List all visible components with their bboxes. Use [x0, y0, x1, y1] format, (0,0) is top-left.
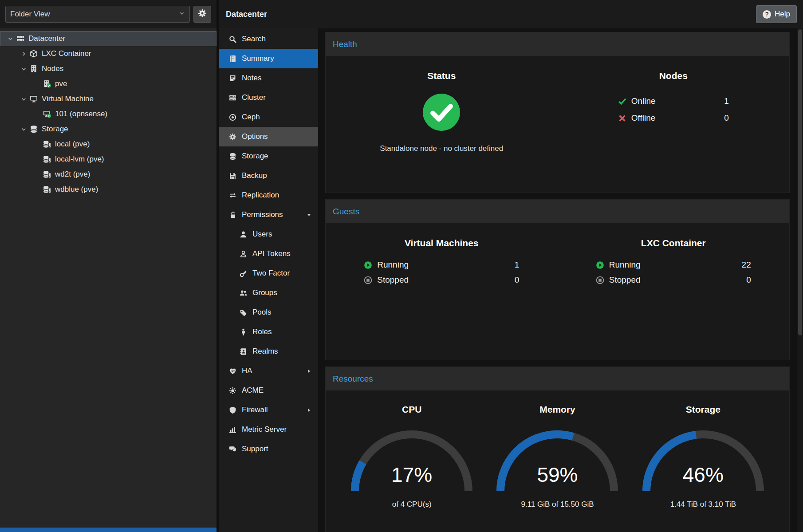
menu-item-roles[interactable]: Roles	[219, 322, 318, 342]
tag-icon	[239, 309, 248, 316]
memory-gauge: Memory 59% 9.11 GiB of 15.50 GiB	[484, 404, 630, 509]
offline-label: Offline	[631, 113, 656, 123]
bottom-panel-splitter[interactable]	[0, 528, 216, 532]
tree-item-vm-101[interactable]: 101 (opnsense)	[0, 106, 216, 122]
tree-item-label: wd2t (pve)	[55, 170, 90, 179]
menu-item-backup[interactable]: Backup	[219, 166, 318, 185]
tree-item-storage[interactable]: Storage	[0, 122, 216, 137]
caret-right-icon	[306, 407, 312, 413]
storage-gauge-title: Storage	[686, 404, 720, 415]
menu-item-label: Notes	[242, 74, 261, 83]
play-circle-icon	[364, 261, 372, 269]
comments-icon	[228, 445, 237, 453]
lxc-running-row: Running 22	[596, 260, 751, 270]
menu-item-label: Search	[242, 35, 266, 43]
menu-item-summary[interactable]: Summary	[219, 49, 318, 68]
menu-item-label: Realms	[252, 347, 278, 356]
menu-item-notes[interactable]: Notes	[219, 68, 318, 88]
menu-item-support[interactable]: Support	[219, 439, 318, 459]
content-header: Datacenter ? Help	[219, 0, 803, 28]
tree-item-nodes[interactable]: Nodes	[0, 61, 216, 76]
tree-item-label: 101 (opnsense)	[55, 110, 107, 118]
resource-tree-panel: Folder View Datacenter LXC Containe	[0, 0, 216, 532]
menu-item-permissions[interactable]: Permissions	[219, 205, 318, 225]
tree-item-local[interactable]: local (pve)	[0, 137, 216, 152]
heartbeat-icon	[228, 367, 237, 375]
menu-item-label: Permissions	[242, 210, 283, 219]
view-mode-select[interactable]: Folder View	[5, 6, 190, 23]
shield-icon	[228, 406, 237, 414]
menu-item-users[interactable]: Users	[219, 225, 318, 244]
chevron-right-icon[interactable]	[19, 51, 28, 57]
menu-item-pools[interactable]: Pools	[219, 303, 318, 322]
unlock-icon	[228, 211, 237, 219]
menu-item-label: Pools	[252, 308, 272, 317]
tree-item-local-lvm[interactable]: local-lvm (pve)	[0, 152, 216, 167]
online-label: Online	[631, 96, 656, 106]
person-icon	[239, 328, 248, 336]
database-icon	[228, 153, 237, 160]
chevron-down-icon	[179, 10, 185, 19]
menu-item-api-tokens[interactable]: API Tokens	[219, 244, 318, 264]
caret-right-icon	[306, 368, 312, 374]
menu-item-ceph[interactable]: Ceph	[219, 107, 318, 127]
users-icon	[239, 289, 248, 297]
menu-item-replication[interactable]: Replication	[219, 185, 318, 205]
offline-value: 0	[724, 113, 729, 123]
database-drive-icon	[42, 155, 52, 163]
menu-item-acme[interactable]: ACME	[219, 381, 318, 400]
tree-item-virtual-machine[interactable]: Virtual Machine	[0, 91, 216, 106]
menu-item-cluster[interactable]: Cluster	[219, 88, 318, 107]
nodes-online-row: Online 1	[618, 96, 729, 106]
stop-circle-icon	[364, 276, 372, 284]
tree-item-wd2t[interactable]: wd2t (pve)	[0, 167, 216, 182]
tree-settings-button[interactable]	[193, 6, 211, 23]
menu-item-two-factor[interactable]: Two Factor	[219, 264, 318, 283]
menu-item-firewall[interactable]: Firewall	[219, 400, 318, 420]
menu-item-realms[interactable]: Realms	[219, 342, 318, 361]
tree-item-label: Datacenter	[28, 34, 65, 43]
tree-item-label: LXC Container	[42, 49, 91, 58]
chevron-down-icon[interactable]	[5, 35, 15, 42]
tree-item-datacenter[interactable]: Datacenter	[0, 31, 216, 46]
tree-item-label: local (pve)	[55, 140, 90, 149]
tree-item-pve[interactable]: pve	[0, 76, 216, 91]
menu-item-label: API Tokens	[252, 249, 291, 258]
memory-gauge-title: Memory	[539, 404, 575, 415]
chevron-down-icon[interactable]	[19, 126, 28, 133]
menu-item-groups[interactable]: Groups	[219, 283, 318, 303]
scrollbar-thumb[interactable]	[798, 29, 802, 335]
menu-item-label: Summary	[242, 54, 274, 63]
menu-item-label: Groups	[252, 288, 277, 297]
menu-item-options[interactable]: Options	[219, 127, 318, 146]
chevron-down-icon[interactable]	[19, 96, 28, 102]
menu-item-search[interactable]: Search	[219, 29, 318, 49]
user-icon	[239, 231, 248, 238]
vertical-scrollbar[interactable]	[797, 28, 803, 532]
help-button[interactable]: ? Help	[756, 5, 797, 23]
proxmox-app: Folder View Datacenter LXC Containe	[0, 0, 803, 532]
guests-panel-title: Guests	[333, 207, 359, 217]
resource-tree: Datacenter LXC Container Nodes pve V	[0, 28, 216, 528]
key-icon	[239, 270, 248, 277]
tree-item-lxc-container[interactable]: LXC Container	[0, 46, 216, 61]
online-value: 1	[724, 96, 729, 106]
menu-item-metric-server[interactable]: Metric Server	[219, 420, 318, 439]
menu-item-storage[interactable]: Storage	[219, 146, 318, 166]
check-icon	[618, 97, 626, 106]
database-drive-icon	[42, 170, 52, 178]
tree-item-wdblue[interactable]: wdblue (pve)	[0, 182, 216, 197]
lxc-title: LXC Container	[641, 224, 706, 248]
running-label: Running	[609, 260, 641, 270]
arrows-icon	[228, 192, 237, 199]
menu-item-label: Replication	[242, 191, 279, 200]
chevron-down-icon[interactable]	[19, 66, 28, 72]
menu-item-label: Metric Server	[242, 425, 287, 434]
menu-item-label: Support	[242, 445, 268, 453]
floppy-icon	[228, 172, 237, 180]
nodes-offline-row: Offline 0	[618, 113, 729, 123]
tree-item-label: pve	[55, 79, 67, 88]
status-text: Standalone node - no cluster defined	[380, 144, 503, 153]
lxc-stopped-row: Stopped 0	[596, 275, 751, 285]
menu-item-ha[interactable]: HA	[219, 361, 318, 381]
